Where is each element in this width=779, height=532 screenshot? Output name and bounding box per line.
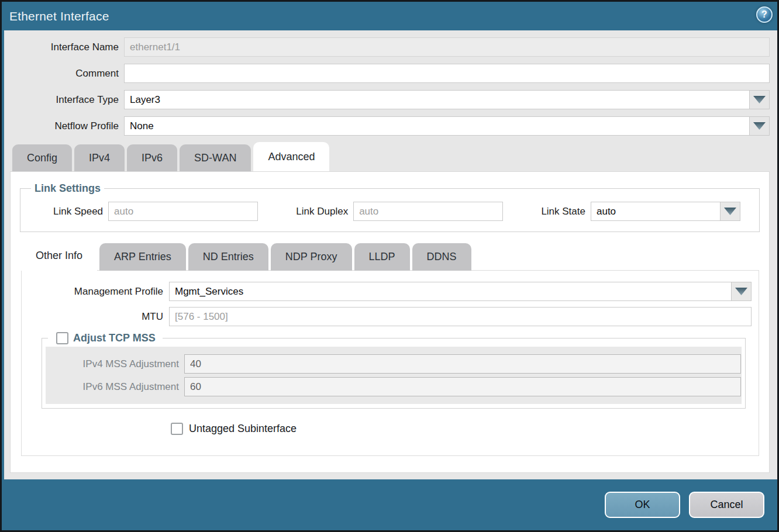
- tab-ndp-proxy[interactable]: NDP Proxy: [271, 243, 352, 271]
- management-profile-row: Management Profile Mgmt_Services: [29, 282, 752, 301]
- link-speed-input[interactable]: [108, 202, 258, 221]
- management-profile-dropdown-button[interactable]: [731, 282, 751, 300]
- chevron-down-icon: [735, 288, 747, 295]
- netflow-profile-row: Netflow Profile None: [4, 116, 770, 136]
- link-state-pair: Link State auto: [541, 202, 740, 221]
- tab-ipv4[interactable]: IPv4: [74, 144, 125, 171]
- tab-lldp[interactable]: LLDP: [354, 243, 410, 271]
- interface-type-value: Layer3: [125, 91, 749, 109]
- comment-row: Comment: [4, 64, 770, 83]
- dialog-footer: OK Cancel: [2, 479, 777, 530]
- interface-type-dropdown-button[interactable]: [749, 91, 769, 109]
- dialog-body: Interface Name Comment Interface Type La…: [4, 30, 777, 479]
- main-tab-bar: Config IPv4 IPv6 SD-WAN Advanced: [12, 143, 770, 171]
- link-duplex-label: Link Duplex: [296, 206, 348, 217]
- link-speed-label: Link Speed: [53, 206, 103, 217]
- link-state-dropdown-button[interactable]: [720, 202, 740, 220]
- link-state-value: auto: [591, 202, 720, 220]
- interface-type-label: Interface Type: [4, 94, 119, 106]
- management-profile-dropdown[interactable]: Mgmt_Services: [169, 282, 752, 301]
- interface-name-row: Interface Name: [4, 37, 770, 57]
- link-state-label: Link State: [541, 206, 585, 217]
- advanced-tab-panel: Link Settings Link Speed Link Duplex Lin…: [10, 171, 770, 473]
- tab-advanced[interactable]: Advanced: [253, 142, 329, 171]
- netflow-profile-dropdown[interactable]: None: [124, 116, 770, 136]
- management-profile-label: Management Profile: [29, 286, 163, 298]
- untagged-subinterface-row: Untagged Subinterface: [171, 423, 752, 435]
- chevron-down-icon: [753, 122, 766, 130]
- comment-label: Comment: [4, 68, 119, 80]
- chevron-down-icon: [724, 208, 736, 215]
- tab-config[interactable]: Config: [12, 144, 72, 171]
- ipv4-mss-input: [184, 354, 741, 374]
- tab-arp-entries[interactable]: ARP Entries: [99, 243, 186, 271]
- link-settings-fieldset: Link Settings Link Speed Link Duplex Lin…: [20, 182, 760, 232]
- mtu-row: MTU: [29, 307, 752, 326]
- dialog-title: Ethernet Interface: [9, 9, 109, 23]
- tab-nd-entries[interactable]: ND Entries: [188, 243, 268, 271]
- ipv4-mss-row: IPv4 MSS Adjustment: [46, 354, 742, 374]
- netflow-profile-dropdown-button[interactable]: [749, 117, 769, 135]
- other-info-panel: Management Profile Mgmt_Services MTU: [21, 270, 759, 456]
- dialog-titlebar: Ethernet Interface ?: [2, 2, 777, 30]
- tab-other-info[interactable]: Other Info: [21, 241, 97, 271]
- untagged-subinterface-checkbox[interactable]: [171, 423, 183, 435]
- tab-sdwan[interactable]: SD-WAN: [180, 144, 251, 171]
- link-settings-legend: Link Settings: [31, 182, 104, 195]
- ipv6-mss-label: IPv6 MSS Adjustment: [46, 381, 179, 393]
- link-duplex-pair: Link Duplex: [296, 202, 503, 221]
- ethernet-interface-dialog: Ethernet Interface ? Interface Name Comm…: [0, 0, 779, 532]
- mss-disabled-area: IPv4 MSS Adjustment IPv6 MSS Adjustment: [46, 347, 742, 404]
- sub-tab-bar: Other Info ARP Entries ND Entries NDP Pr…: [21, 242, 760, 271]
- adjust-tcp-mss-label: Adjust TCP MSS: [73, 332, 156, 344]
- interface-name-label: Interface Name: [4, 42, 119, 53]
- tab-ipv6[interactable]: IPv6: [127, 144, 177, 171]
- ok-button[interactable]: OK: [605, 492, 680, 518]
- adjust-tcp-mss-checkbox[interactable]: [56, 332, 68, 344]
- management-profile-value: Mgmt_Services: [170, 282, 731, 300]
- ipv6-mss-row: IPv6 MSS Adjustment: [46, 377, 742, 396]
- link-duplex-input[interactable]: [353, 202, 503, 221]
- interface-type-dropdown[interactable]: Layer3: [124, 90, 770, 109]
- netflow-profile-label: Netflow Profile: [4, 120, 119, 132]
- netflow-profile-value: None: [125, 117, 749, 135]
- comment-input[interactable]: [124, 64, 770, 83]
- untagged-subinterface-label: Untagged Subinterface: [189, 423, 297, 435]
- interface-name-input: [124, 37, 770, 57]
- link-speed-pair: Link Speed: [53, 202, 258, 221]
- ipv4-mss-label: IPv4 MSS Adjustment: [46, 358, 179, 370]
- link-state-dropdown[interactable]: auto: [591, 202, 740, 221]
- mtu-input[interactable]: [169, 307, 752, 326]
- mtu-label: MTU: [29, 311, 163, 323]
- tab-ddns[interactable]: DDNS: [412, 243, 471, 271]
- ipv6-mss-input: [184, 377, 741, 396]
- chevron-down-icon: [753, 96, 766, 103]
- adjust-tcp-mss-fieldset: Adjust TCP MSS IPv4 MSS Adjustment IPv6 …: [42, 332, 746, 409]
- interface-type-row: Interface Type Layer3: [4, 90, 770, 109]
- help-icon[interactable]: ?: [756, 6, 773, 23]
- cancel-button[interactable]: Cancel: [689, 492, 764, 518]
